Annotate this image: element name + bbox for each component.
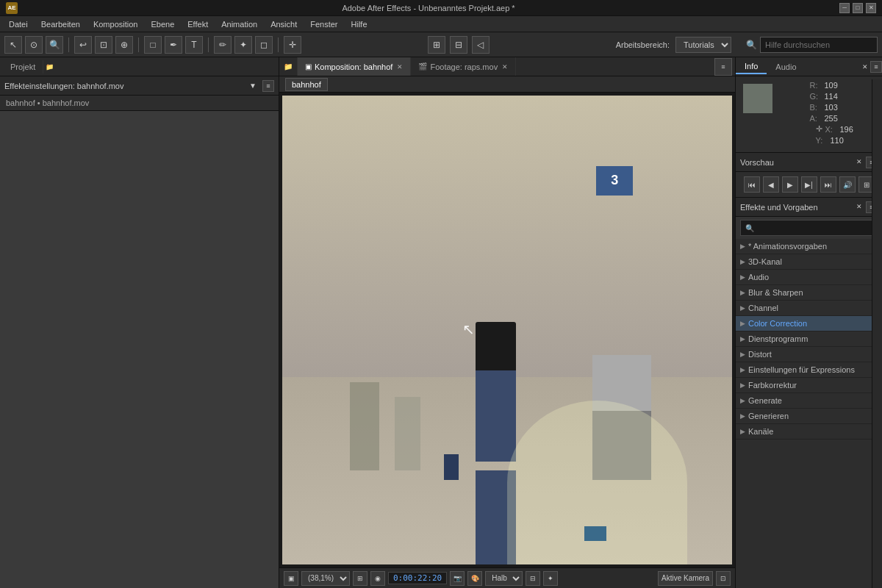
video-frame[interactable]: 3 ↖ (282, 96, 732, 564)
text-tool[interactable]: T (185, 36, 203, 54)
left-scrollbar[interactable] (872, 79, 882, 588)
effect-item-distort[interactable]: ▶ Distort (736, 347, 882, 362)
tool-extra1[interactable]: ⊞ (428, 36, 445, 54)
app-icon: AE (6, 2, 18, 14)
maximize-button[interactable]: □ (853, 3, 863, 13)
preview-close-btn[interactable]: ✕ (854, 157, 864, 167)
viewer-btn1[interactable]: ▣ (284, 571, 298, 586)
brush-tool[interactable]: ⊕ (115, 36, 133, 54)
menu-datei[interactable]: Datei (3, 18, 34, 30)
effect-item-farbkorrektur[interactable]: ▶ Farbkorrektur (736, 378, 882, 393)
arrow-icon: ▶ (740, 273, 745, 281)
orbit-tool[interactable]: ⊙ (25, 36, 43, 54)
audio-tab[interactable]: Audio (767, 60, 805, 74)
project-folder-icon[interactable]: 📁 (43, 61, 55, 73)
goto-start-btn[interactable]: ⏮ (744, 176, 760, 193)
viewer-expand-btn[interactable]: ⊡ (716, 571, 731, 586)
effect-label: Kanäle (748, 427, 773, 436)
info-menu-btn[interactable]: ✕ (860, 62, 870, 72)
viewer-menu-btn[interactable]: ≡ (714, 58, 732, 76)
zoom-dropdown[interactable]: (38,1%) (301, 571, 350, 586)
undo-tool[interactable]: ↩ (74, 36, 92, 54)
info-tabs: Info Audio ✕ ≡ (736, 57, 882, 76)
menu-hilfe[interactable]: Hilfe (345, 18, 373, 30)
close-button[interactable]: ✕ (866, 3, 876, 13)
menu-ansicht[interactable]: Ansicht (265, 18, 303, 30)
b-label: B: (810, 103, 822, 112)
effect-item-animationsvorgaben[interactable]: ▶ * Animationsvorgaben (736, 239, 882, 254)
comp-tab-close[interactable]: ✕ (397, 63, 403, 71)
project-tab[interactable]: Projekt (3, 60, 43, 74)
menu-komposition[interactable]: Komposition (87, 18, 144, 30)
info-options-btn[interactable]: ≡ (870, 61, 882, 73)
step-back-btn[interactable]: ◀ (763, 176, 779, 193)
help-search[interactable] (760, 37, 878, 53)
title-bar: AE Adobe After Effects - Unbenanntes Pro… (0, 0, 882, 16)
workspace-select[interactable]: Tutorials (675, 37, 731, 53)
puppet-tool[interactable]: ✛ (284, 36, 301, 54)
minimize-button[interactable]: ─ (839, 3, 850, 13)
eraser-tool[interactable]: ◻ (255, 36, 273, 54)
camera-btn[interactable]: 📷 (450, 571, 465, 586)
arrow-icon: ▶ (740, 381, 745, 389)
pen-tool[interactable]: ✒ (165, 36, 182, 54)
effects-close-btn[interactable]: ✕ (854, 201, 864, 212)
timecode-display[interactable]: 0:00:22:20 (388, 572, 447, 584)
info-tab[interactable]: Info (736, 60, 767, 74)
a-value: 255 (825, 114, 838, 123)
selection-tool[interactable]: ↖ (4, 36, 22, 54)
step-fwd-btn[interactable]: ▶| (801, 176, 817, 193)
audio-btn[interactable]: 🔊 (839, 176, 856, 193)
effects-search-input[interactable] (757, 223, 872, 232)
menu-animation[interactable]: Animation (215, 18, 263, 30)
comp-tab-bahnhof[interactable]: ▣ Komposition: bahnhof ✕ (298, 57, 411, 76)
color-btn[interactable]: 🎨 (467, 571, 482, 586)
effect-item-dienstprogramm[interactable]: ▶ Dienstprogramm (736, 331, 882, 347)
effects-search-bar[interactable]: 🔍 (740, 220, 878, 236)
effect-item-3dkanal[interactable]: ▶ 3D-Kanal (736, 254, 882, 270)
effect-item-generieren[interactable]: ▶ Generieren (736, 409, 882, 424)
footage-tab-raps[interactable]: 🎬 Footage: raps.mov ✕ (411, 57, 516, 76)
effect-item-generate[interactable]: ▶ Generate (736, 393, 882, 409)
effect-label: Dienstprogramm (748, 334, 808, 343)
effect-item-channel[interactable]: ▶ Channel (736, 301, 882, 316)
effect-item-audio[interactable]: ▶ Audio (736, 270, 882, 285)
effects-search-icon: 🔍 (745, 224, 754, 232)
rect-tool[interactable]: □ (144, 36, 162, 54)
a-value-row: A: 255 (810, 114, 878, 123)
viewer-btn3[interactable]: ◉ (370, 571, 385, 586)
play-btn[interactable]: ▶ (782, 176, 798, 193)
menu-bearbeiten[interactable]: Bearbeiten (35, 18, 86, 30)
effekt-tab-label[interactable]: Effekteinstellungen: bahnhof.mov (4, 82, 243, 90)
blue-sign: 3 (596, 166, 633, 196)
tool-extra2[interactable]: ⊟ (450, 36, 467, 54)
footage-tab-close[interactable]: ✕ (502, 63, 508, 71)
camera-active-btn[interactable]: Aktive Kamera (658, 571, 713, 586)
viewer-btn2[interactable]: ⊞ (353, 571, 368, 586)
x-label: X: (825, 125, 837, 134)
effekt-menu-btn[interactable]: ▼ (248, 81, 258, 91)
tool-extra3[interactable]: ◁ (472, 36, 490, 54)
luggage (444, 454, 459, 480)
menu-ebene[interactable]: Ebene (145, 18, 180, 30)
effect-item-color-correction[interactable]: ▶ Color Correction (736, 316, 882, 331)
stamp-tool[interactable]: ⊡ (95, 36, 112, 54)
quality-dropdown[interactable]: Halb (485, 571, 523, 586)
effect-label: * Animationsvorgaben (748, 242, 827, 251)
menu-fenster[interactable]: Fenster (304, 18, 343, 30)
effect-item-blur-sharpen[interactable]: ▶ Blur & Sharpen (736, 285, 882, 301)
effect-item-expressions[interactable]: ▶ Einstellungen für Expressions (736, 362, 882, 378)
zoom-tool[interactable]: 🔍 (46, 36, 63, 54)
effekt-options-btn[interactable]: ≡ (262, 80, 274, 92)
viewer-btn4[interactable]: ⊟ (526, 571, 540, 586)
viewer-btn5[interactable]: ✦ (543, 571, 558, 586)
paint-tool[interactable]: ✏ (214, 36, 232, 54)
effekt-content (0, 111, 279, 588)
effekt-header: Effekteinstellungen: bahnhof.mov ▼ ≡ (0, 76, 279, 96)
effect-item-kanaele[interactable]: ▶ Kanäle (736, 424, 882, 440)
menu-effekt[interactable]: Effekt (182, 18, 214, 30)
arrow-icon: ▶ (740, 243, 745, 250)
goto-end-btn[interactable]: ⏭ (820, 176, 836, 193)
clone-tool[interactable]: ✦ (234, 36, 252, 54)
comp-name-label[interactable]: bahnhof (285, 78, 328, 91)
